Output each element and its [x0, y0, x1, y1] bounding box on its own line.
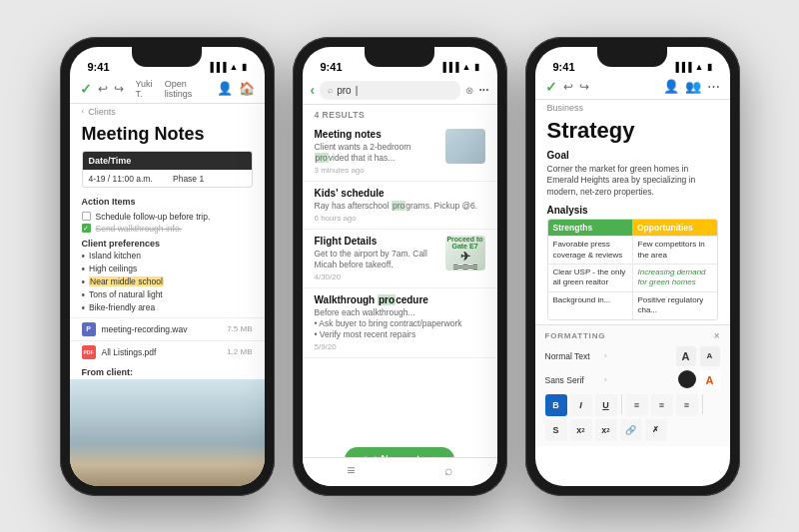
phone-1: 9:41 ▐▐▐ ▲ ▮ ✓ ↩ ↪ Yuki T. Open listings…	[60, 37, 275, 496]
check-icon-3[interactable]: ✓	[545, 79, 557, 95]
file-row-1[interactable]: PDF All Listings.pdf 1.2 MB	[70, 340, 265, 363]
normal-text-chevron: ›	[604, 351, 607, 360]
back-button-2[interactable]: ‹	[311, 82, 316, 98]
italic-btn[interactable]: I	[570, 394, 592, 416]
search-value-2[interactable]: pro	[337, 85, 351, 96]
result-content-0: Meeting notes Client wants a 2-bedroom p…	[315, 129, 437, 175]
clear-format-btn[interactable]: ✗	[645, 419, 667, 441]
wifi-icon-2: ▲	[462, 62, 471, 72]
bold-btn[interactable]: B	[545, 394, 567, 416]
result-content-1: Kids' schedule Ray has afterschool progr…	[315, 188, 485, 223]
audio-file-icon: P	[82, 322, 96, 336]
align-center-btn[interactable]: ≡	[651, 394, 673, 416]
check-icon-1[interactable]: ✓	[80, 81, 92, 97]
phones-container: 9:41 ▐▐▐ ▲ ▮ ✓ ↩ ↪ Yuki T. Open listings…	[40, 17, 760, 516]
redo-icon-3[interactable]: ↪	[579, 80, 589, 94]
result-time-0: 3 minutes ago	[315, 166, 437, 175]
result-content-3: Walkthrough procedure Before each walkth…	[315, 294, 485, 351]
room-thumb-0	[445, 129, 485, 164]
result-item-1[interactable]: Kids' schedule Ray has afterschool progr…	[303, 182, 497, 230]
more-icon-3[interactable]: ⋯	[707, 79, 720, 94]
format-row-normal: Normal Text › A A	[545, 346, 720, 366]
preferences-label: Client preferences	[82, 239, 253, 249]
font-size-small-btn[interactable]: A	[700, 346, 720, 366]
notch-3	[597, 47, 667, 67]
share-icon-3[interactable]: 👥	[685, 79, 701, 94]
toolbar-3: ✓ ↩ ↪ 👤 👥 ⋯	[535, 77, 730, 100]
bottom-nav-2: ≡ ⌕	[303, 457, 497, 486]
font-size-large-btn[interactable]: A	[676, 346, 696, 366]
clear-button-2[interactable]: ⊗	[465, 85, 473, 96]
wifi-icon-1: ▲	[230, 62, 239, 72]
opportunity-2: Positive regulatory cha...	[633, 292, 717, 319]
th-phase	[167, 152, 252, 170]
strikethrough-btn[interactable]: S	[545, 419, 567, 441]
status-icons-1: ▐▐▐ ▲ ▮	[207, 62, 246, 72]
sans-serif-label[interactable]: Sans Serif	[545, 375, 598, 385]
goal-text: Corner the market for green homes in Eme…	[535, 163, 730, 204]
analysis-row-2: Background in... Positive regulatory cha…	[548, 291, 717, 319]
result-item-3[interactable]: Walkthrough procedure Before each walkth…	[303, 288, 497, 358]
formatting-toolbar: B I U ≡ ≡ ≡ S x2 x2 🔗 ✗	[545, 394, 720, 441]
highlight-pro-3: pro	[378, 294, 396, 305]
check-text-0: Schedule follow-up before trip.	[96, 212, 211, 222]
audio-file-name: meeting-recording.wav	[102, 324, 222, 334]
result-time-1: 6 hours ago	[315, 214, 485, 223]
menu-nav-icon[interactable]: ≡	[347, 462, 355, 478]
date-table-1: Date/Time 4-19 / 11:00 a.m. Phase 1	[82, 151, 253, 188]
result-item-0[interactable]: Meeting notes Client wants a 2-bedroom p…	[303, 123, 497, 182]
check-item-1[interactable]: ✓ Send walkthrough info.	[82, 223, 253, 235]
more-button-2[interactable]: ···	[478, 83, 488, 97]
normal-text-label[interactable]: Normal Text	[545, 351, 598, 361]
checkbox-0[interactable]	[82, 212, 91, 221]
superscript-btn[interactable]: x2	[570, 419, 592, 441]
open-listings-label[interactable]: Open listings	[165, 79, 211, 99]
file-row-0[interactable]: P meeting-recording.wav 7.5 MB	[70, 317, 265, 340]
panel-close-btn[interactable]: ×	[714, 330, 720, 341]
analysis-row-0: Favorable press coverage & reviews Few c…	[548, 236, 717, 264]
align-left-btn[interactable]: ≡	[626, 394, 648, 416]
toolbar-sep-1	[621, 394, 622, 414]
gate-thumb-2: Proceed to Gate E7 ✈	[445, 236, 485, 270]
pref-item-4: •Bike-friendly area	[82, 301, 253, 314]
preferences-section: Client preferences •Island kitchen •High…	[70, 237, 265, 317]
color-circle-btn[interactable]	[678, 370, 696, 388]
signal-icon-2: ▐▐▐	[439, 62, 458, 72]
undo-icon-1[interactable]: ↩	[98, 82, 108, 96]
align-right-btn[interactable]: ≡	[676, 394, 698, 416]
check-item-0[interactable]: Schedule follow-up before trip.	[82, 211, 253, 223]
link-btn[interactable]: 🔗	[620, 419, 642, 441]
notch-2	[365, 47, 434, 67]
highlight-pro-1: pro	[392, 201, 405, 211]
check-text-1: Send walkthrough info.	[96, 224, 182, 234]
checkbox-1[interactable]: ✓	[82, 224, 91, 233]
search-icon-2: ⌕	[328, 85, 333, 95]
sans-serif-btns: A	[613, 370, 720, 390]
toolbar-sep-2	[702, 394, 703, 414]
result-snippet-0: Client wants a 2-bedroom provided that i…	[315, 142, 437, 164]
goal-section-title: Goal	[535, 148, 730, 163]
phone-2: 9:41 ▐▐▐ ▲ ▮ ‹ ⌕ pro | ⊗ ··· 4 RESULTS	[293, 37, 507, 496]
search-bar-2[interactable]: ‹ ⌕ pro | ⊗ ···	[303, 77, 497, 105]
person-icon-3[interactable]: 👤	[663, 79, 679, 94]
underline-btn[interactable]: U	[595, 394, 617, 416]
color-text-btn[interactable]: A	[700, 370, 720, 390]
normal-text-btns: A A	[613, 346, 720, 366]
pdf-file-size: 1.2 MB	[227, 347, 252, 356]
subscript-btn[interactable]: x2	[595, 419, 617, 441]
person-icon-1[interactable]: 👤	[217, 81, 233, 96]
result-snippet-1: Ray has afterschool programs. Pickup @6.	[315, 201, 485, 212]
undo-icon-3[interactable]: ↩	[563, 80, 573, 94]
result-item-2[interactable]: Flight Details Get to the airport by 7am…	[303, 230, 497, 288]
search-input-container[interactable]: ⌕ pro |	[320, 81, 460, 100]
home-icon-1[interactable]: 🏠	[239, 81, 255, 96]
signal-icon-1: ▐▐▐	[207, 62, 226, 72]
time-3: 9:41	[553, 61, 575, 73]
screen-3: 9:41 ▐▐▐ ▲ ▮ ✓ ↩ ↪ 👤 👥 ⋯ Business Strate…	[535, 47, 730, 486]
format-row-sans: Sans Serif › A	[545, 370, 720, 390]
audio-file-size: 7.5 MB	[227, 324, 252, 333]
redo-icon-1[interactable]: ↪	[114, 82, 124, 96]
result-snippet-2: Get to the airport by 7am. Call Micah be…	[315, 249, 437, 270]
search-nav-icon[interactable]: ⌕	[444, 462, 452, 478]
td-datetime: 4-19 / 11:00 a.m.	[83, 171, 168, 187]
